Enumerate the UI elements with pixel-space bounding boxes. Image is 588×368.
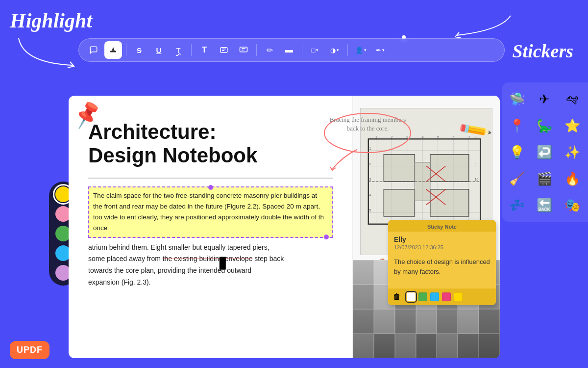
svg-rect-22 [384,189,415,216]
sticker-zzz[interactable]: 💤 [506,194,528,216]
highlight-handle-bottom [324,235,329,239]
sticker-back[interactable]: 🔙 [534,194,555,216]
toolbar-underline-btn[interactable]: U [150,41,168,59]
toolbar-comment-btn[interactable] [85,41,102,59]
sticker-clapboard[interactable]: 🎬 [534,168,555,189]
sticker-paper-plane-3[interactable]: 🛩 [562,88,583,110]
doc-body-text: atrium behind them. Eight smaller but eq… [88,242,333,289]
toolbar-text-btn[interactable]: T [196,41,213,59]
toolbar-divider-4 [302,44,302,56]
sticky-note: Sticky Note Elly 12/07/2023 12:36:25 The… [388,220,496,305]
sticky-color-yellow[interactable] [454,292,463,301]
window-cell [395,309,416,334]
rectangle-dropdown-icon: ▾ [316,48,318,53]
window-cell [395,334,416,358]
toolbar-ruler-btn[interactable]: ▬ [280,41,298,59]
toolbar-person-btn[interactable]: 👤 ▾ [352,41,369,59]
sticky-color-pink[interactable] [442,292,451,301]
sticker-dino[interactable]: 🦕 [534,115,555,136]
sticky-note-body[interactable]: The choice of design is influenced by ma… [388,254,496,289]
callout-icon [239,46,248,54]
window-cell [479,334,500,358]
svg-rect-20 [384,155,415,182]
window-cell [353,260,374,285]
sticker-extra[interactable]: 🎭 [562,194,583,216]
sticker-paper-plane-1[interactable]: 🛸 [506,88,528,110]
window-cell [374,309,395,334]
window-cell [458,309,479,334]
updf-logo: UPDF [10,341,49,359]
eraser-icon: ◑ [330,47,336,54]
sticky-note-delete-btn[interactable]: 🗑 [393,292,401,301]
svg-rect-21 [430,155,469,182]
toolbar-strikethrough-btn[interactable]: S [130,41,148,59]
toolbar-squiggly-btn[interactable]: T [170,41,187,59]
toolbar: S U T T ✏ ▬ □ ▾ ◑ ▾ 👤 ▾ ✒ ▾ [78,38,505,62]
speech-bubble-text: Bracing the framing members back to the … [328,115,407,133]
toolbar-divider-2 [191,44,192,56]
person-dropdown-icon: ▾ [364,48,367,53]
sticky-color-white[interactable] [407,292,416,301]
toolbar-textbox-btn[interactable] [215,41,233,59]
sticky-note-date: 12/07/2023 12:36:25 [388,244,496,254]
strikethrough-text: the existing building envelope [163,255,253,263]
document-left-panel: 📌 Architecture: Design Notebook The clai… [69,96,353,358]
sticky-note-footer: 🗑 [388,289,496,305]
sticky-note-header: Sticky Note [388,220,496,232]
sticker-pin[interactable]: 📍 [506,115,528,136]
svg-text:5: 5 [437,135,439,139]
eraser-dropdown-icon: ▾ [337,48,339,53]
pen-icon: ✒ [376,47,381,54]
document-divider [88,178,333,179]
pen-dropdown-icon: ▾ [382,48,385,53]
rectangle-icon: □ [312,47,316,54]
textbox-icon [220,46,228,54]
svg-text:10: 10 [475,178,479,182]
arrow-left-decoration [14,33,82,73]
person-icon: 👤 [355,47,363,54]
sticky-color-blue[interactable] [430,292,439,301]
window-cell [458,334,479,358]
sticker-bulb[interactable]: 💡 [506,141,528,163]
highlight-handle-top [208,185,213,190]
svg-text:4: 4 [422,135,424,139]
speech-bubble-tail [327,147,362,172]
svg-text:6: 6 [453,135,455,139]
stickers-panel: 🛸 ✈ 🛩 📍 🦕 ⭐ 💡 ↩️ ✨ 🧹 🎬 🔥 💤 🔙 🎭 [502,82,588,222]
sticker-star[interactable]: ⭐ [562,115,583,136]
toolbar-divider-3 [256,44,257,56]
toolbar-divider-1 [126,44,126,56]
toolbar-rectangle-btn[interactable]: □ ▾ [306,41,324,59]
svg-rect-4 [240,47,247,52]
sticker-eraser-item[interactable]: 🧹 [506,168,528,189]
sticker-flame[interactable]: 🔥 [562,168,583,189]
arrow-right-decoration [447,11,515,40]
toolbar-eraser-btn[interactable]: ◑ ▾ [326,41,343,59]
svg-text:5: 5 [369,209,371,212]
svg-text:2: 2 [369,162,371,166]
toolbar-highlight-btn[interactable] [104,41,122,59]
window-cell [416,334,437,358]
document-title: Architecture: Design Notebook [88,120,333,168]
svg-text:3: 3 [369,178,371,182]
highlighted-block: The claim space for the two free-standin… [88,186,333,238]
toolbar-callout-btn[interactable] [235,41,252,59]
sticker-arrow-back[interactable]: ↩️ [534,141,555,163]
toolbar-divider-5 [347,44,348,56]
toolbar-pen-btn[interactable]: ✒ ▾ [371,41,389,59]
svg-rect-0 [110,51,116,53]
highlighted-text: The claim space for the two free-standin… [93,190,328,234]
stickers-label: Stickers [512,40,573,62]
svg-rect-23 [430,189,469,216]
window-cell [353,285,374,309]
window-cell [416,309,437,334]
sticky-note-author: Elly [388,232,496,244]
window-cell [479,309,500,334]
sticker-paper-plane-2[interactable]: ✈ [534,88,555,110]
window-cell [437,309,458,334]
toolbar-pencil-btn[interactable]: ✏ [261,41,278,59]
sticky-color-green[interactable] [418,292,427,301]
window-cell [374,334,395,358]
sticker-sparkle[interactable]: ✨ [562,141,583,163]
comment-icon [89,46,98,54]
